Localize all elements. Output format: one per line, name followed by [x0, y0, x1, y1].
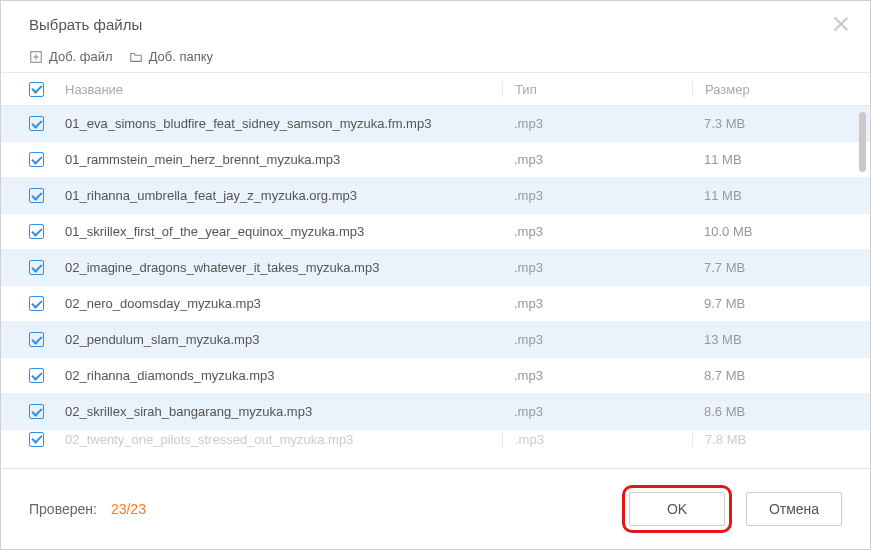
row-checkbox[interactable]: [29, 296, 44, 311]
table-body: 01_eva_simons_bludfire_feat_sidney_samso…: [1, 106, 870, 468]
file-type: .mp3: [502, 188, 692, 203]
row-checkbox[interactable]: [29, 260, 44, 275]
file-size: 13 MB: [692, 332, 842, 347]
table-row[interactable]: 02_rihanna_diamonds_myzuka.mp3.mp38.7 MB: [1, 358, 870, 394]
file-size: 7.8 MB: [692, 432, 842, 447]
file-select-dialog: Выбрать файлы Доб. файл Доб. папку Назва…: [0, 0, 871, 550]
file-type: .mp3: [502, 432, 692, 447]
file-type: .mp3: [502, 260, 692, 275]
checked-count: 23/23: [111, 501, 146, 517]
file-size: 10.0 MB: [692, 224, 842, 239]
file-name: 02_imagine_dragons_whatever_it_takes_myz…: [63, 260, 502, 275]
row-checkbox[interactable]: [29, 152, 44, 167]
file-name: 02_pendulum_slam_myzuka.mp3: [63, 332, 502, 347]
table-row[interactable]: 01_rihanna_umbrella_feat_jay_z_myzuka.or…: [1, 178, 870, 214]
file-type: .mp3: [502, 152, 692, 167]
cancel-button[interactable]: Отмена: [746, 492, 842, 526]
file-name: 02_twenty_one_pilots_stressed_out_myzuka…: [63, 432, 502, 447]
file-type: .mp3: [502, 368, 692, 383]
file-type: .mp3: [502, 404, 692, 419]
ok-button[interactable]: OK: [629, 492, 725, 526]
checked-label: Проверен:: [29, 501, 97, 517]
dialog-title: Выбрать файлы: [29, 16, 142, 33]
file-name: 01_eva_simons_bludfire_feat_sidney_samso…: [63, 116, 502, 131]
file-name: 02_nero_doomsday_myzuka.mp3: [63, 296, 502, 311]
row-checkbox[interactable]: [29, 404, 44, 419]
file-name: 01_rihanna_umbrella_feat_jay_z_myzuka.or…: [63, 188, 502, 203]
col-header-type[interactable]: Тип: [502, 82, 692, 97]
file-type: .mp3: [502, 116, 692, 131]
table-row-partial[interactable]: 02_twenty_one_pilots_stressed_out_myzuka…: [1, 430, 870, 448]
add-file-button[interactable]: Доб. файл: [29, 49, 113, 64]
table-row[interactable]: 02_pendulum_slam_myzuka.mp3.mp313 MB: [1, 322, 870, 358]
col-header-size[interactable]: Размер: [692, 82, 842, 97]
scrollbar-thumb[interactable]: [859, 112, 866, 172]
select-all-checkbox[interactable]: [29, 82, 44, 97]
file-type: .mp3: [502, 224, 692, 239]
folder-icon: [129, 50, 143, 64]
toolbar: Доб. файл Доб. папку: [1, 45, 870, 72]
row-checkbox[interactable]: [29, 116, 44, 131]
row-checkbox[interactable]: [29, 432, 44, 447]
add-file-label: Доб. файл: [49, 49, 113, 64]
file-size: 7.3 MB: [692, 116, 842, 131]
col-header-name[interactable]: Название: [63, 82, 502, 97]
table-row[interactable]: 01_rammstein_mein_herz_brennt_myzuka.mp3…: [1, 142, 870, 178]
add-folder-label: Доб. папку: [149, 49, 214, 64]
file-name: 01_rammstein_mein_herz_brennt_myzuka.mp3: [63, 152, 502, 167]
row-checkbox[interactable]: [29, 188, 44, 203]
file-size: 11 MB: [692, 188, 842, 203]
table-row[interactable]: 02_imagine_dragons_whatever_it_takes_myz…: [1, 250, 870, 286]
file-size: 8.7 MB: [692, 368, 842, 383]
file-size: 11 MB: [692, 152, 842, 167]
file-type: .mp3: [502, 332, 692, 347]
table-header: Название Тип Размер: [1, 72, 870, 106]
footer: Проверен: 23/23 OK Отмена: [1, 468, 870, 549]
row-checkbox[interactable]: [29, 224, 44, 239]
file-type: .mp3: [502, 296, 692, 311]
row-checkbox[interactable]: [29, 368, 44, 383]
plus-file-icon: [29, 50, 43, 64]
table-row[interactable]: 01_eva_simons_bludfire_feat_sidney_samso…: [1, 106, 870, 142]
file-size: 7.7 MB: [692, 260, 842, 275]
ok-highlight-ring: OK: [622, 485, 732, 533]
file-name: 01_skrillex_first_of_the_year_equinox_my…: [63, 224, 502, 239]
file-name: 02_skrillex_sirah_bangarang_myzuka.mp3: [63, 404, 502, 419]
table-row[interactable]: 01_skrillex_first_of_the_year_equinox_my…: [1, 214, 870, 250]
table-row[interactable]: 02_skrillex_sirah_bangarang_myzuka.mp3.m…: [1, 394, 870, 430]
close-icon[interactable]: [832, 15, 850, 33]
file-size: 9.7 MB: [692, 296, 842, 311]
row-checkbox[interactable]: [29, 332, 44, 347]
file-name: 02_rihanna_diamonds_myzuka.mp3: [63, 368, 502, 383]
add-folder-button[interactable]: Доб. папку: [129, 49, 214, 64]
titlebar: Выбрать файлы: [1, 1, 870, 45]
file-size: 8.6 MB: [692, 404, 842, 419]
table-row[interactable]: 02_nero_doomsday_myzuka.mp3.mp39.7 MB: [1, 286, 870, 322]
